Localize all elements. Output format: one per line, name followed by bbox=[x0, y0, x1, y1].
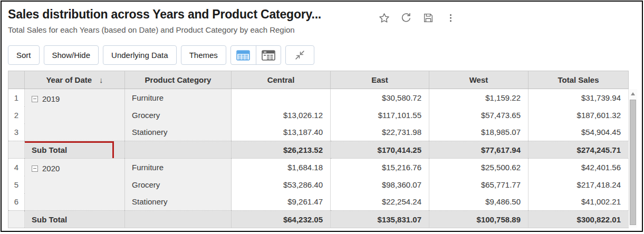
year-cell bbox=[25, 106, 125, 124]
row-number bbox=[8, 141, 25, 159]
more-vertical-icon[interactable] bbox=[444, 11, 457, 25]
vertical-scrollbar[interactable] bbox=[628, 89, 637, 228]
collapse-icon[interactable] bbox=[285, 45, 314, 65]
subtotal-value-cell: $64,232.05 bbox=[232, 211, 331, 228]
themes-button[interactable]: Themes bbox=[181, 45, 226, 65]
underlying-data-button[interactable]: Underlying Data bbox=[103, 45, 177, 65]
row-number: 5 bbox=[8, 176, 25, 193]
value-cell[interactable]: $18,985.07 bbox=[429, 124, 528, 141]
page-title: Sales distribution across Years and Prod… bbox=[8, 7, 321, 22]
value-cell[interactable]: $9,261.47 bbox=[232, 193, 331, 211]
subtotal-label-cell: Sub Total bbox=[25, 141, 125, 159]
year-label: 2020 bbox=[42, 164, 60, 173]
row-number: 3 bbox=[8, 124, 25, 141]
subtotal-row: Sub Total$26,213.52$170,414.25$77,617.94… bbox=[8, 141, 629, 159]
collapse-row-icon[interactable] bbox=[32, 96, 38, 102]
value-cell[interactable]: $98,360.07 bbox=[331, 176, 429, 193]
subtotal-empty-cell bbox=[125, 211, 232, 228]
scrollbar-thumb[interactable] bbox=[630, 100, 636, 225]
value-cell[interactable]: $1,684.18 bbox=[232, 159, 331, 176]
value-cell[interactable]: $42,401.56 bbox=[528, 159, 629, 176]
title-action-bar bbox=[377, 11, 457, 25]
column-header-east[interactable]: East bbox=[331, 71, 429, 89]
sort-button[interactable]: Sort bbox=[8, 45, 40, 65]
category-cell: Furniture bbox=[125, 89, 232, 106]
year-cell: 2020 bbox=[25, 159, 125, 176]
category-cell: Stationery bbox=[125, 193, 232, 211]
favorite-star-icon[interactable] bbox=[377, 11, 391, 25]
report-window: Sales distribution across Years and Prod… bbox=[1, 1, 643, 232]
column-header-central[interactable]: Central bbox=[232, 71, 331, 89]
table-row: 6Stationery$9,261.47$22,254.24$9,486.50$… bbox=[8, 193, 629, 211]
subtotal-empty-cell bbox=[125, 141, 232, 159]
refresh-icon[interactable] bbox=[399, 11, 413, 25]
save-icon[interactable] bbox=[421, 11, 435, 25]
subtotal-value-cell: $300,822.01 bbox=[528, 211, 629, 228]
pivot-table: Year of Date↓ Product Category Central E… bbox=[8, 71, 629, 228]
column-header-west[interactable]: West bbox=[429, 71, 528, 89]
category-cell: Grocery bbox=[125, 106, 232, 124]
toolbar: Sort Show/Hide Underlying Data Themes bbox=[8, 45, 314, 65]
sort-desc-icon[interactable]: ↓ bbox=[99, 75, 103, 84]
value-cell[interactable]: $9,486.50 bbox=[429, 193, 528, 211]
year-cell bbox=[25, 124, 125, 141]
page-subtitle: Total Sales for each Years (based on Dat… bbox=[8, 25, 295, 34]
subtotal-value-cell: $170,414.25 bbox=[331, 141, 429, 159]
view-toggle-group bbox=[230, 45, 281, 65]
value-cell[interactable]: $13,187.40 bbox=[232, 124, 331, 141]
year-cell: 2019 bbox=[25, 89, 125, 106]
value-cell[interactable]: $13,026.12 bbox=[232, 106, 331, 124]
header-row: Year of Date↓ Product Category Central E… bbox=[8, 71, 629, 89]
subtotal-value-cell: $100,758.89 bbox=[429, 211, 528, 228]
column-header-label: Year of Date bbox=[46, 75, 92, 84]
category-cell: Stationery bbox=[125, 124, 232, 141]
value-cell[interactable]: $25,500.62 bbox=[429, 159, 528, 176]
show-hide-button[interactable]: Show/Hide bbox=[44, 45, 99, 65]
value-cell[interactable]: $217,418.24 bbox=[528, 176, 629, 193]
column-header-category[interactable]: Product Category bbox=[125, 71, 232, 89]
value-cell[interactable]: $22,254.24 bbox=[331, 193, 429, 211]
row-number: 6 bbox=[8, 193, 25, 211]
column-header-year[interactable]: Year of Date↓ bbox=[25, 71, 125, 89]
table-row: 42020Furniture$1,684.18$15,216.76$25,500… bbox=[8, 159, 629, 176]
value-cell[interactable]: $30,580.72 bbox=[331, 89, 429, 106]
collapse-row-icon[interactable] bbox=[32, 165, 38, 172]
table-row: 5Grocery$53,286.40$98,360.07$65,771.77$2… bbox=[8, 176, 629, 193]
table-view-icon[interactable] bbox=[231, 46, 256, 64]
value-cell[interactable]: $1,159.22 bbox=[429, 89, 528, 106]
row-number bbox=[8, 211, 25, 228]
category-cell: Grocery bbox=[125, 176, 232, 193]
year-label: 2019 bbox=[42, 94, 60, 103]
table-body: 12019Furniture$30,580.72$1,159.22$31,739… bbox=[8, 89, 629, 228]
scroll-up-arrow-icon[interactable] bbox=[629, 90, 637, 97]
subtotal-value-cell: $26,213.52 bbox=[232, 141, 331, 159]
row-number: 1 bbox=[8, 89, 25, 106]
table-row: 3Stationery$13,187.40$22,731.98$18,985.0… bbox=[8, 124, 629, 141]
subtotal-value-cell: $77,617.94 bbox=[429, 141, 528, 159]
value-cell[interactable]: $54,904.45 bbox=[528, 124, 629, 141]
subtotal-value-cell: $274,245.71 bbox=[528, 141, 629, 159]
value-cell[interactable]: $57,473.65 bbox=[429, 106, 528, 124]
value-cell[interactable]: $22,731.98 bbox=[331, 124, 429, 141]
value-cell[interactable]: $15,216.76 bbox=[331, 159, 429, 176]
subtotal-row: Sub Total$64,232.05$135,831.07$100,758.8… bbox=[8, 211, 629, 228]
value-cell[interactable]: $187,601.32 bbox=[528, 106, 629, 124]
tabular-view-icon[interactable] bbox=[256, 46, 281, 64]
year-cell bbox=[25, 193, 125, 211]
value-cell[interactable]: $65,771.77 bbox=[429, 176, 528, 193]
category-cell: Furniture bbox=[125, 159, 232, 176]
value-cell[interactable] bbox=[232, 89, 331, 106]
value-cell[interactable]: $117,101.55 bbox=[331, 106, 429, 124]
year-cell bbox=[25, 176, 125, 193]
value-cell[interactable]: $41,002.21 bbox=[528, 193, 629, 211]
subtotal-label-cell: Sub Total bbox=[25, 211, 125, 228]
row-number-header bbox=[8, 71, 25, 89]
table-row: 2Grocery$13,026.12$117,101.55$57,473.65$… bbox=[8, 106, 629, 124]
row-number: 4 bbox=[8, 159, 25, 176]
table-row: 12019Furniture$30,580.72$1,159.22$31,739… bbox=[8, 89, 629, 106]
row-number: 2 bbox=[8, 106, 25, 124]
value-cell[interactable]: $53,286.40 bbox=[232, 176, 331, 193]
column-header-total-sales[interactable]: Total Sales bbox=[528, 71, 629, 89]
subtotal-value-cell: $135,831.07 bbox=[331, 211, 429, 228]
value-cell[interactable]: $31,739.94 bbox=[528, 89, 629, 106]
